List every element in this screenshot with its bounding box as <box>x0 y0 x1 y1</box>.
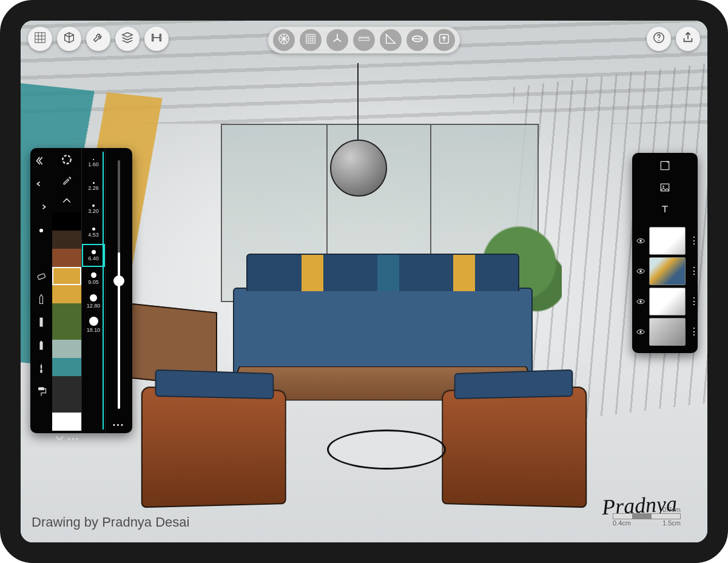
brush-size-option[interactable]: 4.53 <box>82 221 105 244</box>
help-icon <box>652 31 666 47</box>
brush-size-option[interactable]: 9.05 <box>82 267 105 290</box>
color-swatch[interactable] <box>52 413 81 431</box>
brush-panel: ••• 1.60 2.26 3.20 4.53 6.40 9.05 12.80 … <box>30 148 132 433</box>
move3d-icon <box>277 32 291 48</box>
visibility-toggle[interactable] <box>636 266 645 276</box>
share-icon <box>681 31 695 47</box>
setsquare-button[interactable] <box>380 29 402 51</box>
text-layer-button[interactable] <box>656 203 674 218</box>
color-wheel-icon <box>61 153 73 167</box>
roller-icon <box>35 385 47 399</box>
chevron-down-icon <box>53 432 66 445</box>
layer-options-icon[interactable]: ⋮ <box>689 268 696 274</box>
color-swatch[interactable] <box>52 212 81 231</box>
new-layer-icon <box>659 160 671 174</box>
layer-row[interactable]: ⋮ <box>636 257 694 285</box>
undo-button[interactable] <box>33 176 50 193</box>
upload-icon <box>437 32 451 48</box>
image-layer-button[interactable] <box>656 181 674 197</box>
layer-row[interactable]: ⋮ <box>636 227 694 255</box>
color-swatch[interactable] <box>52 376 81 394</box>
pencil-button[interactable] <box>33 291 50 308</box>
layer-thumbnail <box>649 257 686 285</box>
color-swatch[interactable] <box>52 267 81 285</box>
measure-button[interactable] <box>144 27 169 51</box>
layer-options-icon[interactable]: ⋮ <box>689 238 696 244</box>
pencil-icon <box>35 293 47 306</box>
dot-small-button[interactable] <box>33 222 50 239</box>
cube-button[interactable] <box>57 27 81 51</box>
toolbar-top-right <box>647 27 700 51</box>
color-swatch[interactable] <box>52 285 81 303</box>
redo-icon <box>35 201 47 214</box>
layer-row[interactable]: ⋮ <box>636 288 694 315</box>
hatch-icon <box>304 32 317 48</box>
text-layer-icon <box>659 203 671 218</box>
layer-options-icon[interactable]: ⋮ <box>689 298 696 305</box>
grid-button[interactable] <box>28 27 52 51</box>
color-swatch[interactable] <box>52 358 81 376</box>
layer-options-icon[interactable]: ⋮ <box>689 329 696 335</box>
marker-round-button[interactable] <box>33 337 50 354</box>
new-layer-button[interactable] <box>656 159 674 175</box>
more-button[interactable]: ••• <box>67 430 81 447</box>
layer-row[interactable]: ⋮ <box>636 318 694 346</box>
visibility-toggle[interactable] <box>636 327 645 337</box>
eyedropper-button[interactable] <box>58 172 75 189</box>
ruler-button[interactable] <box>353 29 375 51</box>
collapse-icon <box>35 155 47 168</box>
spacer-button[interactable] <box>33 245 50 262</box>
color-swatch[interactable] <box>52 249 81 267</box>
share-button[interactable] <box>676 27 700 51</box>
eraser-button[interactable] <box>33 268 50 285</box>
chevron-up-button[interactable] <box>58 193 75 210</box>
roller-button[interactable] <box>33 383 50 400</box>
move3d-button[interactable] <box>273 29 295 51</box>
marker-chisel-button[interactable] <box>33 314 50 331</box>
eyedropper-icon <box>61 174 73 187</box>
axis-button[interactable] <box>326 29 348 51</box>
color-swatch[interactable] <box>52 303 81 322</box>
setsquare-icon <box>384 32 397 48</box>
brush-size-option[interactable]: 1.60 <box>82 152 105 175</box>
brush-size-option[interactable]: 6.40 <box>82 244 105 267</box>
marker-round-icon <box>35 339 47 352</box>
brush-size-option[interactable]: 2.26 <box>82 175 105 198</box>
color-swatch[interactable] <box>52 231 81 249</box>
layer-thumbnail <box>649 288 686 315</box>
color-swatch[interactable] <box>52 340 81 358</box>
brush-size-option[interactable]: 12.80 <box>82 290 105 313</box>
visibility-toggle[interactable] <box>636 297 645 306</box>
marker-chisel-icon <box>35 316 47 329</box>
wrench-icon <box>92 31 105 47</box>
ellipse-icon <box>411 32 424 48</box>
brush-icon <box>35 362 47 376</box>
toolbar-top-center <box>268 27 460 53</box>
ellipse-button[interactable] <box>406 29 428 51</box>
drawing-canvas[interactable]: Pradnya Drawing by Pradnya Desai 0.7cm 0… <box>21 21 707 542</box>
toolbar-top-left <box>28 27 169 51</box>
brush-size-option[interactable]: 3.20 <box>82 198 105 221</box>
visibility-toggle[interactable] <box>636 236 645 246</box>
wrench-button[interactable] <box>86 27 110 51</box>
undo-icon <box>35 178 47 191</box>
layers3d-button[interactable] <box>115 27 140 51</box>
layer-thumbnail <box>649 227 686 255</box>
color-wheel-button[interactable] <box>58 152 75 169</box>
redo-button[interactable] <box>33 199 50 216</box>
brush-button[interactable] <box>33 360 50 377</box>
help-button[interactable] <box>647 27 671 51</box>
more-icon[interactable]: ••• <box>106 422 132 428</box>
axis-icon <box>331 32 344 48</box>
collapse-button[interactable] <box>33 153 50 170</box>
brush-size-option[interactable]: 18.10 <box>82 313 105 336</box>
eraser-icon <box>35 270 47 283</box>
artist-credit: Drawing by Pradnya Desai <box>32 514 189 530</box>
color-swatch[interactable] <box>52 394 81 413</box>
upload-button[interactable] <box>433 29 455 51</box>
chevron-down-button[interactable] <box>52 430 67 447</box>
layers-panel: ⋮ ⋮ ⋮ ⋮ <box>632 153 698 353</box>
color-swatch[interactable] <box>52 322 81 340</box>
opacity-slider[interactable]: ••• <box>106 148 132 433</box>
hatch-button[interactable] <box>300 29 322 51</box>
